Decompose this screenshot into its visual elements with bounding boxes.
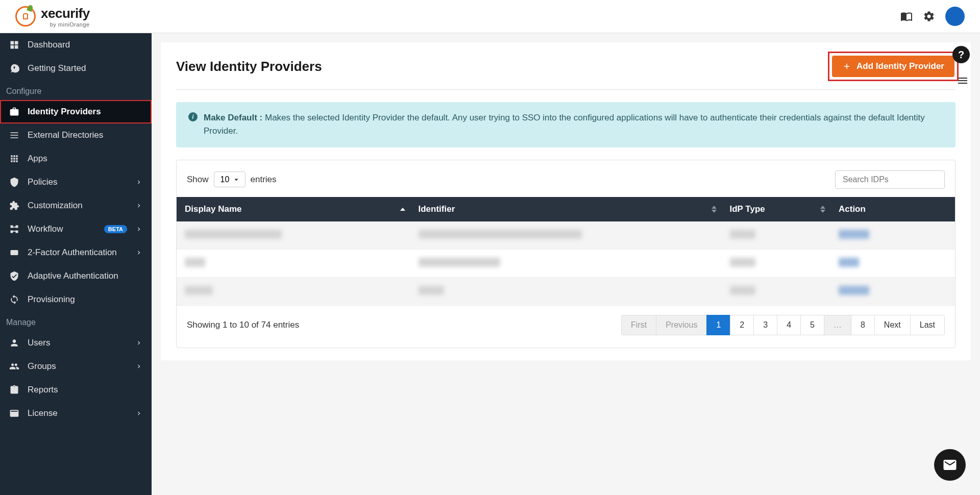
sidebar-label: License xyxy=(28,408,127,418)
list-icon xyxy=(9,130,19,140)
sidebar-item-dashboard[interactable]: Dashboard xyxy=(0,33,152,57)
shield-check-icon xyxy=(9,271,19,281)
col-identifier[interactable]: Identifier xyxy=(410,197,722,221)
brand-tagline: by miniOrange xyxy=(41,21,90,28)
page-last[interactable]: Last xyxy=(910,315,945,335)
idp-table: Display Name Identifier IdP Type Action xyxy=(177,197,955,306)
page-8[interactable]: 8 xyxy=(851,315,875,335)
chat-button[interactable] xyxy=(934,449,966,481)
blurred-action[interactable] xyxy=(839,230,869,239)
blurred-cell xyxy=(185,230,282,239)
blurred-cell xyxy=(185,286,213,295)
sidebar-item-workflow[interactable]: Workflow BETA xyxy=(0,217,152,241)
info-icon: i xyxy=(188,112,198,121)
svg-rect-0 xyxy=(11,250,18,255)
sort-desc-icon xyxy=(712,210,717,213)
page-5[interactable]: 5 xyxy=(800,315,824,335)
sidebar-section-configure: Configure xyxy=(0,80,152,100)
page-first[interactable]: First xyxy=(621,315,656,335)
sidebar-item-policies[interactable]: Policies xyxy=(0,170,152,194)
main-content: View Identity Providers Add Identity Pro… xyxy=(152,33,980,495)
brand-logo[interactable]: xecurify by miniOrange xyxy=(15,6,90,28)
page-title: View Identity Providers xyxy=(176,59,322,75)
blurred-cell xyxy=(185,258,205,267)
sidebar-item-customization[interactable]: Customization xyxy=(0,194,152,217)
blurred-action[interactable] xyxy=(839,258,859,267)
page-4[interactable]: 4 xyxy=(777,315,801,335)
sidebar-label: Identity Providers xyxy=(28,107,142,117)
top-header: xecurify by miniOrange xyxy=(0,0,980,33)
sidebar-label: 2-Factor Authentication xyxy=(28,247,127,258)
chevron-right-icon xyxy=(135,410,142,417)
sidebar-label: Apps xyxy=(28,154,142,164)
hamburger-icon[interactable] xyxy=(957,75,969,87)
add-identity-provider-button[interactable]: Add Identity Provider xyxy=(832,56,954,77)
help-button[interactable]: ? xyxy=(952,46,970,63)
beta-badge: BETA xyxy=(104,225,127,233)
chevron-right-icon xyxy=(135,202,142,209)
chevron-right-icon xyxy=(135,363,142,370)
page-3[interactable]: 3 xyxy=(753,315,777,335)
blurred-cell xyxy=(419,286,444,295)
sidebar-item-getting-started[interactable]: Getting Started xyxy=(0,57,152,80)
sidebar-label: Getting Started xyxy=(28,63,142,73)
logo-icon xyxy=(15,6,36,27)
blurred-cell xyxy=(730,258,755,267)
blurred-cell xyxy=(419,258,500,267)
shield-icon xyxy=(9,177,19,187)
brand-name: xecurify xyxy=(41,6,90,21)
sidebar-section-manage: Manage xyxy=(0,311,152,331)
sidebar-label: Provisioning xyxy=(28,294,142,305)
user-avatar[interactable] xyxy=(945,7,965,26)
entries-select[interactable]: 10 xyxy=(214,171,246,187)
sidebar-item-apps[interactable]: Apps xyxy=(0,147,152,170)
sidebar-label: Policies xyxy=(28,177,127,187)
chevron-right-icon xyxy=(135,226,142,233)
add-button-highlight: Add Identity Provider xyxy=(831,55,955,78)
page-1[interactable]: 1 xyxy=(706,315,730,335)
info-text: Make Default : Makes the selected Identi… xyxy=(204,111,943,138)
sidebar-item-provisioning[interactable]: Provisioning xyxy=(0,288,152,311)
chevron-right-icon xyxy=(135,339,142,346)
book-icon[interactable] xyxy=(900,10,913,22)
blurred-action[interactable] xyxy=(839,286,869,295)
plus-icon xyxy=(842,62,851,71)
sidebar-label: Users xyxy=(28,338,127,348)
dashboard-icon xyxy=(9,40,19,50)
sidebar-item-groups[interactable]: Groups xyxy=(0,355,152,378)
gear-icon[interactable] xyxy=(923,10,935,22)
col-idp-type[interactable]: IdP Type xyxy=(722,197,831,221)
sidebar-label: Dashboard xyxy=(28,40,142,50)
table-row xyxy=(177,221,955,250)
sort-asc-icon xyxy=(400,208,405,211)
header-actions xyxy=(900,7,965,26)
sidebar-label: External Directories xyxy=(28,130,142,140)
sidebar-item-2fa[interactable]: 2-Factor Authentication xyxy=(0,241,152,264)
blurred-cell xyxy=(730,230,755,239)
groups-icon xyxy=(9,361,19,372)
sidebar-item-identity-providers[interactable]: Identity Providers xyxy=(0,100,152,123)
sidebar-label: Reports xyxy=(28,385,142,395)
sidebar-item-external-directories[interactable]: External Directories xyxy=(0,123,152,147)
table-row xyxy=(177,249,955,277)
sidebar-item-adaptive-auth[interactable]: Adaptive Authentication xyxy=(0,264,152,288)
search-input[interactable] xyxy=(835,170,945,189)
showing-text: Showing 1 to 10 of 74 entries xyxy=(187,320,299,330)
col-display-name[interactable]: Display Name xyxy=(177,197,410,221)
page-previous[interactable]: Previous xyxy=(656,315,707,335)
sidebar-item-reports[interactable]: Reports xyxy=(0,378,152,402)
sidebar-item-license[interactable]: License xyxy=(0,402,152,425)
clipboard-icon xyxy=(9,385,19,395)
idp-table-card: Show 10 entries Display Name Identifier … xyxy=(176,160,955,348)
blurred-cell xyxy=(730,286,755,295)
rocket-icon xyxy=(9,63,19,73)
col-action: Action xyxy=(830,197,955,221)
puzzle-icon xyxy=(9,201,19,211)
pagination: First Previous 1 2 3 4 5 … 8 Next Last xyxy=(622,315,945,335)
sidebar-item-users[interactable]: Users xyxy=(0,331,152,355)
workflow-icon xyxy=(9,224,19,234)
chevron-right-icon xyxy=(135,249,142,256)
page-2[interactable]: 2 xyxy=(730,315,754,335)
page-next[interactable]: Next xyxy=(874,315,911,335)
sidebar-label: Adaptive Authentication xyxy=(28,271,142,281)
